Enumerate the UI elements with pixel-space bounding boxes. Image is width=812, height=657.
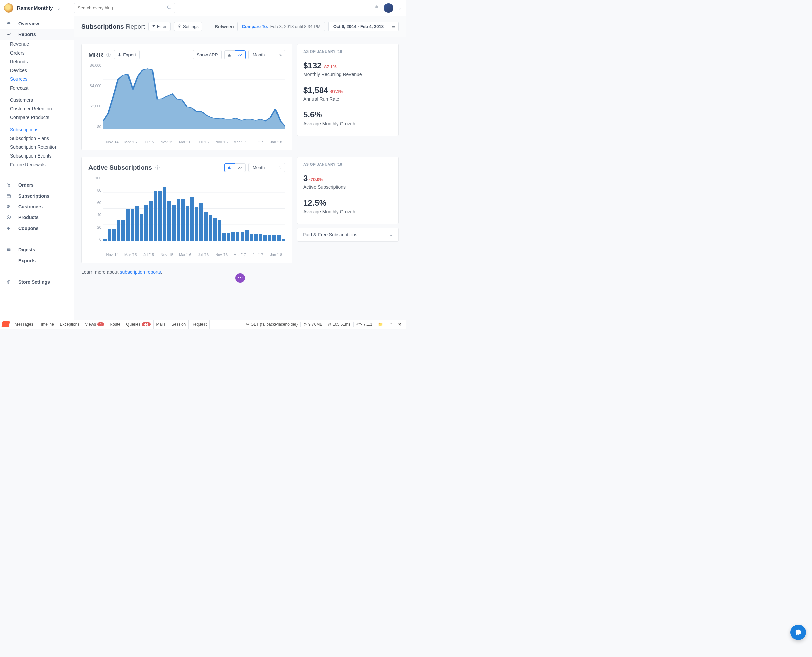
chevron-down-icon[interactable]: ⌄ <box>398 5 402 11</box>
mrr-panel: MRR ⓘ ⬇ Export Show ARR <box>81 44 292 151</box>
chart-bar <box>131 209 135 241</box>
bar-chart-icon[interactable] <box>224 163 235 172</box>
brand-switcher[interactable]: RamenMonthly ⌄ <box>4 3 74 13</box>
svg-point-12 <box>179 26 180 26</box>
chevron-updown-icon: ⇅ <box>279 53 281 56</box>
chart-bar <box>126 209 130 241</box>
sidebar-item-revenue[interactable]: Revenue <box>0 40 74 48</box>
bar-chart-icon[interactable] <box>224 50 235 59</box>
sidebar-item-forecast[interactable]: Forecast <box>0 84 74 92</box>
sidebar-item-digests[interactable]: Digests <box>0 244 74 255</box>
sidebar-item-subscription-events[interactable]: Subscription Events <box>0 151 74 160</box>
svg-point-8 <box>9 206 11 207</box>
kpi-delta: -87.1% <box>329 89 343 94</box>
gear-icon <box>178 24 181 29</box>
show-arr-button[interactable]: Show ARR <box>193 50 222 59</box>
kpi-value: 3 <box>303 174 308 183</box>
sidebar-item-orders-report[interactable]: Orders <box>0 48 74 57</box>
panel-title: MRR <box>88 51 103 59</box>
paid-free-collapse[interactable]: Paid & Free Subscriptions ⌄ <box>297 227 399 242</box>
sidebar-item-subscription-retention[interactable]: Subscription Retention <box>0 143 74 151</box>
calendar-icon <box>5 193 12 198</box>
sidebar-item-devices[interactable]: Devices <box>0 66 74 75</box>
sidebar-item-exports[interactable]: Exports <box>0 255 74 266</box>
period-select[interactable]: Month ⇅ <box>248 163 285 172</box>
sidebar-item-store-settings[interactable]: Store Settings <box>0 277 74 288</box>
svg-point-0 <box>167 6 170 8</box>
filter-button[interactable]: Filter <box>148 22 171 31</box>
debugbar-tab-exceptions[interactable]: Exceptions <box>57 320 83 328</box>
debugbar-tab-route[interactable]: Route <box>107 320 123 328</box>
sidebar-item-reports[interactable]: Reports <box>0 29 74 40</box>
info-icon[interactable]: ⓘ <box>106 52 111 58</box>
list-icon[interactable]: ☰ <box>388 22 399 31</box>
sidebar-item-customers-report[interactable]: Customers <box>0 96 74 104</box>
learn-more-link[interactable]: subscription reports <box>120 269 161 275</box>
svg-rect-5 <box>7 195 11 198</box>
queries-badge: 44 <box>141 322 151 327</box>
debugbar-tab-session[interactable]: Session <box>169 320 189 328</box>
svg-point-2 <box>8 23 9 24</box>
debugbar-tab-timeline[interactable]: Timeline <box>36 320 57 328</box>
folder-icon[interactable]: 📁 <box>376 322 386 327</box>
kpi-label: Average Monthly Growth <box>303 209 392 215</box>
sidebar-item-orders[interactable]: Orders <box>0 180 74 190</box>
info-icon[interactable]: ⓘ <box>155 165 160 171</box>
kpi-stat: 12.5%Average Monthly Growth <box>303 194 392 218</box>
sidebar-item-coupons[interactable]: Coupons <box>0 223 74 234</box>
debugbar-tab-request[interactable]: Request <box>189 320 210 328</box>
scroll-indicator-icon[interactable]: 〰 <box>236 273 245 283</box>
sidebar-item-subscriptions-report[interactable]: Subscriptions <box>0 125 74 134</box>
debugbar-tab-views[interactable]: Views4 <box>82 320 107 328</box>
active-subs-panel: Active Subscriptions ⓘ Month ⇅ <box>81 157 292 263</box>
sidebar-item-customers[interactable]: Customers <box>0 201 74 212</box>
chart-bar <box>231 232 235 241</box>
bell-icon[interactable] <box>374 5 379 11</box>
sidebar-item-refunds[interactable]: Refunds <box>0 57 74 66</box>
content: MRR ⓘ ⬇ Export Show ARR <box>74 37 406 320</box>
svg-rect-18 <box>230 168 231 169</box>
chart-bar <box>250 234 253 241</box>
line-chart-icon[interactable] <box>235 50 245 59</box>
debugbar-tab-messages[interactable]: Messages <box>12 320 36 328</box>
debugbar-logo-icon[interactable] <box>2 321 10 327</box>
search-input[interactable] <box>74 3 175 14</box>
chart-bar <box>154 191 157 241</box>
sidebar-item-customer-retention[interactable]: Customer Retention <box>0 104 74 113</box>
date-range-button[interactable]: Oct 6, 2014 - Feb 4, 2018 <box>328 22 388 31</box>
sidebar-item-products[interactable]: Products <box>0 212 74 223</box>
chart-bar <box>208 215 212 241</box>
sidebar-item-future-renewals[interactable]: Future Renewals <box>0 160 74 169</box>
active-subs-kpi-panel: AS OF JANUARY '18 3-70.0%Active Subscrip… <box>297 157 399 224</box>
period-select[interactable]: Month ⇅ <box>248 50 285 59</box>
sidebar-item-compare-products[interactable]: Compare Products <box>0 113 74 122</box>
sidebar-item-subscriptions[interactable]: Subscriptions <box>0 190 74 201</box>
chart-bar <box>272 235 276 241</box>
chart-bar <box>241 232 244 241</box>
tag-icon <box>5 226 12 230</box>
close-icon[interactable]: ✕ <box>395 322 404 327</box>
sidebar-item-sources[interactable]: Sources <box>0 75 74 84</box>
collapse-icon[interactable]: ⌃ <box>386 322 395 327</box>
kpi-stat: $132-87.1%Monthly Recurring Revenue <box>303 58 392 81</box>
debugbar-tab-mails[interactable]: Mails <box>154 320 169 328</box>
sidebar-item-overview[interactable]: Overview <box>0 18 74 29</box>
kpi-caption: AS OF JANUARY '18 <box>303 162 392 166</box>
search-field[interactable] <box>78 5 166 11</box>
line-chart-icon[interactable] <box>235 163 245 172</box>
compare-to-chip[interactable]: Compare To: Feb 3, 2018 until 8:34 PM <box>238 22 325 31</box>
avatar[interactable] <box>384 3 393 13</box>
chart-bar <box>190 197 194 241</box>
debugbar-tab-queries[interactable]: Queries44 <box>123 320 154 328</box>
settings-button[interactable]: Settings <box>174 22 202 31</box>
brand-logo <box>4 3 14 13</box>
sidebar-item-subscription-plans[interactable]: Subscription Plans <box>0 134 74 143</box>
chart-bar <box>163 187 166 241</box>
page-title: Subscriptions Report <box>81 23 145 30</box>
chart-bar <box>186 206 189 241</box>
between-label: Between <box>214 24 234 29</box>
chart-bar <box>254 234 258 241</box>
export-button[interactable]: ⬇ Export <box>114 50 140 59</box>
kpi-label: Annual Run Rate <box>303 96 392 102</box>
chart-bar <box>121 220 125 241</box>
